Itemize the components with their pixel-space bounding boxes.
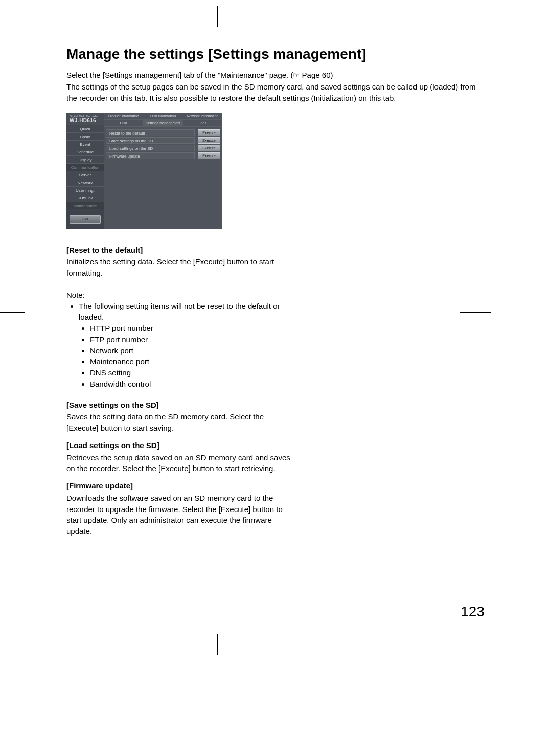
- device-model: WJ-HD616: [70, 118, 101, 123]
- sidebar-item-display[interactable]: Display: [66, 155, 104, 163]
- row-save-sd: Save settings on the SD Execute: [106, 137, 220, 144]
- crop-mark: [27, 0, 27, 20]
- crop-mark: [0, 27, 20, 27]
- section-save: [Save settings on the SD] Saves the sett…: [66, 399, 296, 434]
- page-title: Manage the settings [Settings management…: [66, 46, 486, 62]
- tab-product-information[interactable]: Product information: [104, 113, 143, 120]
- note-lead: The following setting items will not be …: [79, 301, 296, 323]
- section-heading: [Reset to the default]: [66, 244, 296, 256]
- crop-mark: [472, 634, 472, 655]
- sidebar-item-schedule[interactable]: Schedule: [66, 148, 104, 155]
- tab-disk[interactable]: Disk: [104, 120, 143, 126]
- crop-mark: [456, 646, 491, 646]
- section-load: [Load settings on the SD] Retrieves the …: [66, 440, 296, 474]
- page-content: Manage the settings [Settings management…: [66, 46, 486, 537]
- intro-line-1: Select the [Settings management] tab of …: [66, 71, 333, 79]
- crop-mark: [0, 646, 25, 646]
- note-title: Note:: [66, 290, 296, 301]
- crop-mark: [27, 634, 27, 655]
- crop-mark: [217, 634, 218, 655]
- row-label: Save settings on the SD: [106, 137, 195, 144]
- note-item: Maintenance port: [90, 356, 296, 367]
- main-panel: Product information Disk information Net…: [104, 113, 222, 229]
- execute-button[interactable]: Execute: [198, 145, 220, 151]
- sidebar-item-sd5link[interactable]: SD5Link: [66, 194, 104, 202]
- sidebar-item-maintenance[interactable]: Maintenance: [66, 202, 104, 209]
- page-number: 123: [461, 604, 485, 620]
- exit-button[interactable]: Exit: [70, 215, 101, 224]
- tab-disk-information[interactable]: Disk information: [143, 113, 182, 120]
- note-item: FTP port number: [90, 334, 296, 345]
- sidebar-item-quick[interactable]: Quick: [66, 125, 104, 132]
- tab-logs[interactable]: Logs: [183, 120, 222, 126]
- intro-text: Select the [Settings management] tab of …: [66, 70, 486, 104]
- section-firmware: [Firmware update] Downloads the software…: [66, 480, 296, 537]
- section-heading: [Firmware update]: [66, 480, 296, 492]
- crop-mark: [202, 27, 233, 27]
- device-label: Digital Disk Recorder WJ-HD616: [66, 113, 104, 125]
- section-heading: [Save settings on the SD]: [66, 399, 296, 411]
- tab-network-information[interactable]: Network information: [183, 113, 222, 120]
- row-label: Load settings on the SD: [106, 145, 195, 151]
- tabs-row-2: Disk Settings management Logs: [104, 120, 222, 127]
- sidebar-item-communication[interactable]: Communication: [66, 163, 104, 171]
- execute-button[interactable]: Execute: [198, 137, 220, 144]
- row-label: Firmware update: [106, 152, 195, 159]
- settings-rows: Reset to the default Execute Save settin…: [104, 127, 222, 162]
- section-body: Saves the setting data on the SD memory …: [66, 411, 296, 434]
- tab-settings-management[interactable]: Settings management: [143, 120, 182, 126]
- crop-mark: [472, 6, 472, 27]
- row-firmware-update: Firmware update Execute: [106, 152, 220, 160]
- device-type: Digital Disk Recorder: [70, 115, 101, 118]
- settings-ui-screenshot: Digital Disk Recorder WJ-HD616 Quick Bas…: [66, 113, 222, 229]
- note-box: Note: The following setting items will n…: [66, 286, 296, 393]
- section-reset: [Reset to the default] Initializes the s…: [66, 244, 296, 279]
- sidebar: Digital Disk Recorder WJ-HD616 Quick Bas…: [66, 113, 104, 229]
- intro-line-2: The settings of the setup pages can be s…: [66, 82, 475, 103]
- row-label: Reset to the default: [106, 129, 195, 136]
- sidebar-item-network[interactable]: Network: [66, 179, 104, 186]
- crop-mark: [217, 6, 218, 27]
- note-item: Network port: [90, 345, 296, 357]
- note-item: Bandwidth control: [90, 379, 296, 390]
- execute-button[interactable]: Execute: [198, 129, 220, 136]
- execute-button[interactable]: Execute: [198, 152, 220, 159]
- section-body: Retrieves the setup data saved on an SD …: [66, 452, 296, 475]
- note-item: DNS setting: [90, 367, 296, 379]
- sidebar-item-basic[interactable]: Basic: [66, 132, 104, 140]
- section-heading: [Load settings on the SD]: [66, 440, 296, 451]
- crop-mark: [0, 312, 25, 313]
- crop-mark: [456, 27, 491, 27]
- section-body: Initializes the setting data. Select the…: [66, 256, 296, 279]
- sidebar-item-event[interactable]: Event: [66, 140, 104, 148]
- sidebar-item-usermng[interactable]: User mng.: [66, 186, 104, 194]
- note-item: HTTP port number: [90, 323, 296, 334]
- sidebar-item-server[interactable]: Server: [66, 171, 104, 179]
- row-reset-default: Reset to the default Execute: [106, 129, 220, 137]
- tabs-row-1: Product information Disk information Net…: [104, 113, 222, 120]
- section-body: Downloads the software saved on an SD me…: [66, 493, 296, 537]
- row-load-sd: Load settings on the SD Execute: [106, 144, 220, 152]
